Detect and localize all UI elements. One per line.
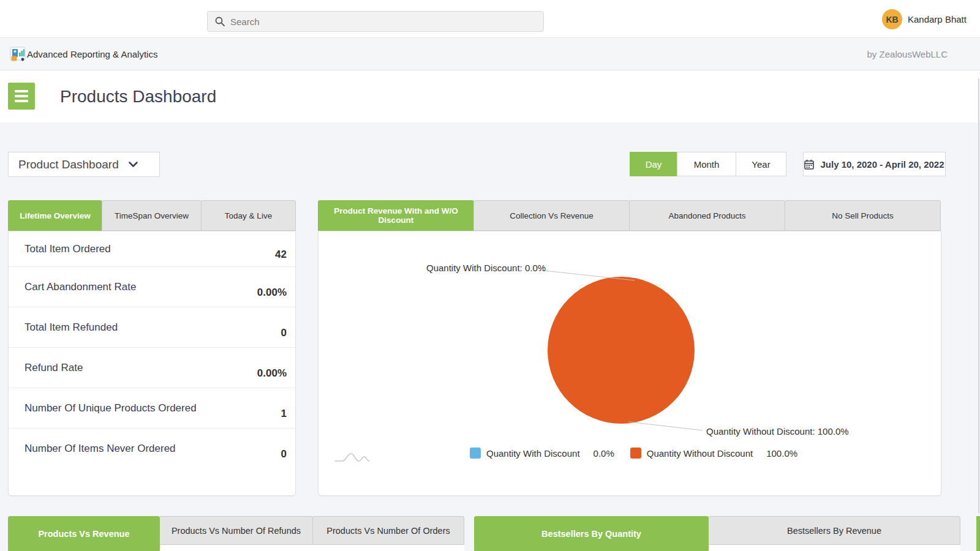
stat-row: Number Of Unique Products Ordered 1	[9, 388, 295, 429]
stat-label: Total Item Refunded	[24, 321, 118, 334]
chart-tabs: Product Revenue With and W/O Discount Co…	[318, 200, 941, 231]
tab-products-vs-orders[interactable]: Products Vs Number Of Orders	[312, 516, 464, 545]
period-day-button[interactable]: Day	[630, 152, 677, 176]
hamburger-bar	[15, 100, 28, 102]
pie-callout-without-discount: Quantity Without Discount: 100.0%	[706, 426, 849, 437]
stat-row: Total Item Refunded 0	[9, 307, 295, 348]
hamburger-bar	[15, 90, 28, 92]
app-bar: Advanced Reporting & Analytics by Zealou…	[0, 38, 980, 70]
stat-label: Number Of Items Never Ordered	[24, 443, 176, 455]
legend-swatch-without-discount[interactable]	[630, 448, 641, 459]
stat-row: Refund Rate 0.00%	[9, 348, 295, 388]
stat-label: Number Of Unique Products Ordered	[24, 402, 197, 414]
tab-products-vs-revenue[interactable]: Products Vs Revenue	[8, 516, 160, 551]
date-range-picker[interactable]: July 10, 2020 - April 20, 2022	[803, 152, 946, 176]
app-byline[interactable]: by ZealousWebLLC	[867, 38, 948, 70]
cutoff-tab-sliver	[976, 516, 980, 551]
tab-no-sell-products[interactable]: No Sell Products	[785, 200, 941, 231]
tab-today-live[interactable]: Today & Live	[201, 200, 296, 231]
tab-abandoned-products[interactable]: Abandoned Products	[629, 200, 785, 231]
tab-timespan-overview[interactable]: TimeSpan Overview	[102, 200, 202, 231]
app-title: Advanced Reporting & Analytics	[27, 38, 157, 70]
period-month-button[interactable]: Month	[677, 152, 736, 176]
stat-row: Total Item Ordered 42	[9, 231, 295, 267]
tab-bestsellers-by-quantity[interactable]: Bestsellers By Quantity	[474, 516, 709, 551]
stat-label: Total Item Ordered	[24, 243, 111, 255]
products-dashboard-screen: KB Kandarp Bhatt Advanced Reporting & An…	[0, 0, 980, 551]
calendar-icon	[804, 159, 814, 170]
user-name[interactable]: Kandarp Bhatt	[908, 0, 967, 38]
stat-label: Refund Rate	[24, 362, 83, 374]
stat-row: Cart Abandonment Rate 0.00%	[9, 267, 295, 307]
stat-value: 0.00%	[257, 367, 287, 380]
search-box[interactable]	[207, 11, 544, 32]
hamburger-menu-button[interactable]	[8, 83, 35, 110]
search-input[interactable]	[230, 17, 536, 27]
title-band: Products Dashboard	[0, 70, 980, 122]
stat-value: 42	[275, 249, 287, 261]
stat-value: 0.00%	[257, 287, 287, 299]
tab-lifetime-overview[interactable]: Lifetime Overview	[8, 200, 102, 231]
pie-callout-with-discount: Quantity With Discount: 0.0%	[426, 263, 546, 273]
pie-chart[interactable]	[548, 277, 695, 424]
stat-value: 1	[281, 408, 287, 420]
tab-products-vs-refunds[interactable]: Products Vs Number Of Refunds	[159, 516, 313, 545]
search-icon	[215, 17, 225, 26]
scrollbar[interactable]	[978, 78, 979, 513]
legend-label-without-discount[interactable]: Quantity Without Discount	[647, 448, 753, 459]
tab-collection-vs-revenue[interactable]: Collection Vs Revenue	[473, 200, 630, 231]
hamburger-bar	[15, 95, 28, 97]
date-range-label: July 10, 2020 - April 20, 2022	[820, 159, 944, 170]
overview-card: Total Item Ordered 42 Cart Abandonment R…	[8, 231, 296, 496]
tab-product-revenue-discount[interactable]: Product Revenue With and W/O Discount	[318, 200, 474, 231]
stat-value: 0	[281, 327, 287, 339]
stat-row: Number Of Items Never Ordered 0	[9, 429, 295, 469]
chevron-down-icon	[129, 162, 138, 168]
legend-swatch-with-discount[interactable]	[470, 448, 481, 459]
legend-pct-with-discount: 0.0%	[594, 448, 614, 459]
stat-label: Cart Abandonment Rate	[24, 281, 136, 293]
legend-pct-without-discount: 100.0%	[766, 448, 797, 459]
chart-card: Quantity With Discount: 0.0% Quantity Wi…	[318, 231, 941, 496]
stat-value: 0	[281, 448, 287, 460]
period-year-button[interactable]: Year	[736, 152, 786, 176]
legend-label-with-discount[interactable]: Quantity With Discount	[486, 448, 580, 459]
overview-tabs: Lifetime Overview TimeSpan Overview Toda…	[8, 200, 296, 231]
dashboard-select-label: Product Dashboard	[18, 158, 119, 171]
dashboard-select[interactable]: Product Dashboard	[8, 152, 160, 177]
chart-legend: Quantity With Discount 0.0% Quantity Wit…	[470, 448, 797, 459]
avatar[interactable]: KB	[882, 9, 902, 29]
chart-watermark-icon	[334, 451, 370, 463]
top-bar: KB Kandarp Bhatt	[0, 0, 980, 38]
tab-bestsellers-by-revenue[interactable]: Bestsellers By Revenue	[708, 516, 960, 545]
page-title: Products Dashboard	[60, 70, 216, 122]
app-logo-icon	[10, 46, 26, 62]
